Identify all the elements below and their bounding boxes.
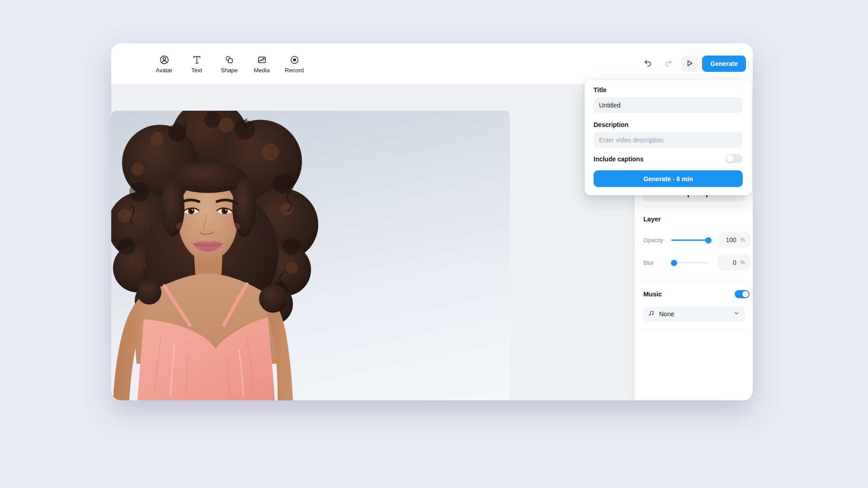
blur-value-field[interactable]: 0 % — [718, 254, 750, 271]
canvas-workspace — [111, 84, 635, 400]
opacity-unit: % — [740, 237, 745, 243]
description-label: Description — [594, 121, 628, 128]
music-select[interactable]: None — [642, 306, 745, 322]
toolbar-item-media[interactable]: Media — [249, 55, 275, 73]
captions-label: Include captions — [594, 155, 643, 163]
toolbar-item-avatar[interactable]: Avatar — [151, 55, 177, 73]
blur-unit: % — [740, 259, 745, 266]
music-selection: None — [659, 310, 729, 318]
opacity-slider-fill — [671, 239, 708, 241]
toolbar: Avatar Text — [111, 43, 753, 84]
music-heading: Music — [643, 291, 662, 298]
captions-toggle-knob — [726, 155, 734, 162]
toolbar-item-label: Record — [285, 67, 304, 73]
blur-slider-knob[interactable] — [671, 260, 677, 266]
insert-tools: Avatar Text — [151, 43, 307, 84]
redo-icon — [664, 58, 674, 70]
layer-heading: Layer — [643, 216, 661, 223]
divider — [642, 206, 745, 207]
play-button[interactable] — [681, 56, 698, 72]
description-input[interactable] — [594, 132, 743, 148]
play-icon — [685, 59, 694, 69]
title-input[interactable] — [594, 97, 743, 113]
music-note-icon — [648, 310, 655, 319]
text-icon — [192, 55, 202, 65]
generate-video-button[interactable]: Generate - 6 min — [594, 170, 743, 187]
record-icon — [289, 55, 300, 65]
opacity-slider-knob[interactable] — [705, 237, 712, 244]
header-actions: Generate — [640, 43, 746, 84]
blur-value: 0 — [733, 259, 736, 266]
redo-button[interactable] — [660, 56, 677, 72]
shape-icon — [224, 55, 235, 65]
opacity-slider[interactable] — [671, 239, 708, 241]
title-label: Title — [594, 86, 607, 94]
divider — [642, 282, 745, 282]
video-canvas[interactable] — [111, 111, 510, 400]
blur-slider[interactable] — [671, 262, 708, 263]
avatar-woman-image[interactable] — [111, 111, 510, 400]
undo-button[interactable] — [640, 56, 656, 72]
generate-button[interactable]: Generate — [702, 56, 746, 72]
blur-label: Blur — [643, 259, 654, 266]
captions-toggle[interactable] — [726, 154, 743, 163]
music-toggle[interactable] — [735, 290, 750, 298]
media-icon — [257, 55, 267, 65]
generate-popover: Title Description Include captions Gener… — [585, 80, 752, 195]
toolbar-item-shape[interactable]: Shape — [216, 55, 242, 73]
toolbar-item-label: Text — [191, 67, 202, 73]
undo-icon — [643, 58, 653, 70]
toolbar-item-record[interactable]: Record — [281, 55, 307, 73]
music-toggle-knob — [742, 291, 749, 297]
toolbar-item-label: Avatar — [156, 67, 172, 73]
editor-window: Avatar Text — [111, 43, 753, 400]
opacity-label: Opacity — [643, 237, 663, 244]
opacity-value-field[interactable]: 100 % — [718, 232, 750, 248]
divider — [642, 329, 745, 330]
chevron-down-icon — [733, 310, 740, 318]
toolbar-item-label: Media — [254, 67, 269, 73]
toolbar-item-text[interactable]: Text — [184, 55, 210, 73]
toolbar-item-label: Shape — [221, 67, 238, 73]
avatar-icon — [159, 55, 170, 65]
app-background: Avatar Text — [0, 0, 868, 488]
opacity-value: 100 — [726, 236, 736, 244]
